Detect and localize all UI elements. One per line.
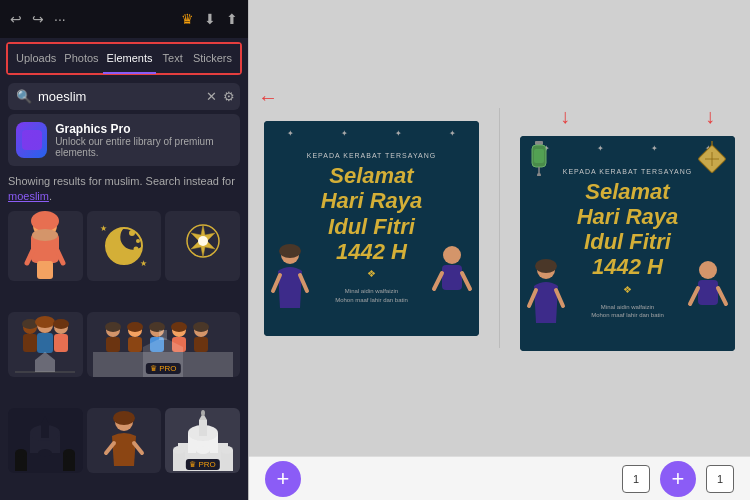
page-indicator-left[interactable]: 1 bbox=[622, 465, 650, 493]
nav-tabs: Uploads Photos Elements Text Stickers bbox=[8, 44, 240, 73]
svg-point-74 bbox=[196, 446, 210, 454]
svg-point-10 bbox=[129, 230, 135, 236]
svg-rect-30 bbox=[106, 337, 120, 352]
redo-icon[interactable]: ↪ bbox=[32, 11, 44, 27]
svg-rect-33 bbox=[128, 337, 142, 352]
svg-rect-97 bbox=[698, 280, 718, 305]
download-icon[interactable]: ⬇ bbox=[204, 11, 216, 27]
svg-point-22 bbox=[35, 316, 55, 328]
svg-point-96 bbox=[699, 261, 717, 279]
card-person-right-2 bbox=[686, 258, 731, 331]
svg-line-98 bbox=[690, 288, 698, 304]
page-indicator-right[interactable]: 1 bbox=[706, 465, 734, 493]
svg-rect-42 bbox=[194, 337, 208, 352]
main-area: ✦✦✦✦ KEPADA KERABAT TERSAYANG Selamat Ha… bbox=[249, 0, 750, 500]
card-ketupat-2 bbox=[697, 141, 727, 182]
toolbar-left-icons: ↩ ↪ ··· bbox=[10, 11, 66, 27]
elements-grid: ★ ★ bbox=[0, 211, 248, 500]
svg-point-11 bbox=[136, 239, 140, 243]
tab-stickers[interactable]: Stickers bbox=[189, 44, 236, 73]
svg-point-43 bbox=[193, 322, 209, 332]
undo-icon[interactable]: ↩ bbox=[10, 11, 22, 27]
svg-point-16 bbox=[198, 236, 208, 246]
share-icon[interactable]: ⬆ bbox=[226, 11, 238, 27]
svg-point-72 bbox=[221, 446, 233, 454]
svg-point-55 bbox=[15, 449, 27, 457]
graphics-pro-icon: 🖼 bbox=[16, 122, 47, 158]
more-icon[interactable]: ··· bbox=[54, 11, 66, 27]
design-card-1-inner: ✦✦✦✦ KEPADA KERABAT TERSAYANG Selamat Ha… bbox=[264, 121, 479, 336]
design-card-2[interactable]: ✦✦✦✦ bbox=[520, 136, 735, 351]
red-arrow-right: ↓ bbox=[705, 105, 715, 128]
canvas-divider bbox=[499, 108, 500, 348]
card-divider-1: ❖ bbox=[367, 268, 376, 279]
tab-uploads[interactable]: Uploads bbox=[12, 44, 60, 73]
tab-elements[interactable]: Elements bbox=[103, 44, 157, 74]
card-title-2: Selamat Hari Raya Idul Fitri 1442 H bbox=[577, 179, 679, 280]
svg-rect-47 bbox=[159, 330, 167, 340]
svg-text:★: ★ bbox=[100, 224, 107, 233]
bottom-bar: + 1 + 1 bbox=[249, 456, 750, 500]
canvas-wrapper: ✦✦✦✦ KEPADA KERABAT TERSAYANG Selamat Ha… bbox=[259, 105, 740, 351]
element-mosque-white[interactable]: ♛PRO bbox=[165, 408, 240, 473]
search-results-text: Showing results for muslim. Search inste… bbox=[0, 174, 248, 211]
svg-rect-51 bbox=[41, 423, 49, 438]
element-star-lamp[interactable] bbox=[165, 211, 240, 281]
card-bg-1: ✦✦✦✦ KEPADA KERABAT TERSAYANG Selamat Ha… bbox=[264, 121, 479, 336]
tab-photos[interactable]: Photos bbox=[60, 44, 102, 73]
crown-icon[interactable]: ♛ bbox=[181, 11, 194, 27]
card-footer-2: Minal aidin walfaizin Mohon maaf lahir d… bbox=[591, 303, 664, 320]
clear-icon[interactable]: ✕ bbox=[206, 89, 217, 104]
tab-text[interactable]: Text bbox=[156, 44, 188, 73]
element-family[interactable] bbox=[8, 312, 83, 377]
svg-rect-0 bbox=[22, 130, 42, 150]
add-button-left[interactable]: + bbox=[265, 461, 301, 497]
svg-marker-52 bbox=[41, 416, 49, 423]
red-arrows-row: ↓ ↓ bbox=[520, 105, 735, 128]
bottom-bar-right: 1 + 1 bbox=[622, 461, 734, 497]
svg-point-76 bbox=[279, 244, 301, 258]
search-input[interactable] bbox=[38, 89, 206, 104]
element-hijab-girl[interactable] bbox=[8, 211, 83, 281]
element-kids-row[interactable]: ♛PRO bbox=[87, 312, 240, 377]
svg-point-25 bbox=[53, 319, 69, 329]
design-card-1-wrapper: ✦✦✦✦ KEPADA KERABAT TERSAYANG Selamat Ha… bbox=[264, 121, 479, 336]
search-bar-wrapper: 🔍 ✕ ⚙ ← bbox=[8, 83, 240, 110]
card-person-left-2 bbox=[524, 258, 569, 331]
element-praying-girl[interactable] bbox=[87, 408, 162, 473]
design-card-1[interactable]: ✦✦✦✦ KEPADA KERABAT TERSAYANG Selamat Ha… bbox=[264, 121, 479, 336]
svg-rect-27 bbox=[35, 360, 55, 372]
svg-point-34 bbox=[127, 322, 143, 332]
element-crescent-moon[interactable]: ★ ★ bbox=[87, 211, 162, 281]
svg-rect-21 bbox=[37, 333, 53, 353]
svg-rect-24 bbox=[54, 334, 68, 352]
svg-point-60 bbox=[113, 411, 135, 425]
svg-rect-80 bbox=[442, 265, 462, 290]
svg-rect-18 bbox=[23, 334, 37, 352]
svg-point-40 bbox=[171, 322, 187, 332]
design-card-2-inner: ✦✦✦✦ bbox=[520, 136, 735, 351]
graphics-pro-text: Graphics Pro Unlock our entire library o… bbox=[55, 122, 232, 158]
svg-rect-85 bbox=[534, 149, 544, 163]
red-arrow-left: ↓ bbox=[560, 105, 570, 128]
moeslim-link[interactable]: moeslim bbox=[8, 190, 49, 202]
pro-badge-mosque: ♛PRO bbox=[185, 459, 219, 470]
add-button-right[interactable]: + bbox=[660, 461, 696, 497]
bottom-bar-left: + bbox=[265, 461, 301, 497]
svg-point-68 bbox=[201, 410, 205, 416]
search-icon: 🔍 bbox=[16, 89, 32, 104]
svg-point-56 bbox=[63, 449, 75, 457]
card-stars-1: ✦✦✦✦ bbox=[264, 129, 479, 138]
svg-point-5 bbox=[32, 229, 58, 241]
svg-marker-28 bbox=[35, 352, 55, 360]
svg-rect-8 bbox=[37, 261, 53, 279]
svg-line-82 bbox=[462, 273, 470, 289]
card-person-right-1 bbox=[430, 243, 475, 316]
svg-rect-83 bbox=[535, 141, 543, 145]
graphics-pro-banner[interactable]: 🖼 Graphics Pro Unlock our entire library… bbox=[8, 114, 240, 166]
element-mosque-dark[interactable] bbox=[8, 408, 83, 473]
toolbar-right-icons: ♛ ⬇ ⬆ bbox=[181, 11, 238, 27]
card-bg-2: ✦✦✦✦ bbox=[520, 136, 735, 351]
search-bar: 🔍 ✕ ⚙ bbox=[8, 83, 240, 110]
filter-icon[interactable]: ⚙ bbox=[223, 89, 235, 104]
